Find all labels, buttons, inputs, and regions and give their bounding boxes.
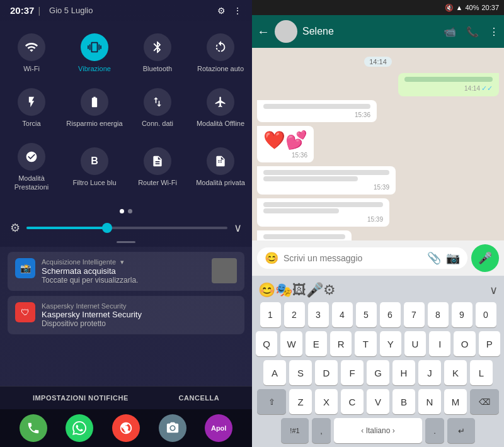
settings-notif-button[interactable]: IMPOSTAZIONI NOTIFICHE <box>33 394 129 402</box>
kb-key-v[interactable]: V <box>367 389 389 414</box>
kb-key-6[interactable]: 6 <box>380 302 401 327</box>
kb-key-d[interactable]: D <box>315 360 338 385</box>
page-dot-2 <box>128 209 132 213</box>
battery-text: 40% <box>465 4 479 11</box>
brightness-slider[interactable] <box>26 227 227 229</box>
more-icon[interactable]: ⋮ <box>233 6 242 16</box>
qs-tile-bluetooth[interactable]: Bluetooth <box>126 26 189 81</box>
kb-key-3[interactable]: 3 <box>308 302 329 327</box>
kb-symbols-key[interactable]: !#1 <box>281 418 309 443</box>
kb-row-numbers: 1 2 3 4 5 6 7 8 9 0 <box>256 302 500 327</box>
kb-sticker-icon[interactable]: 🎭 <box>275 282 292 298</box>
kb-key-1[interactable]: 1 <box>260 302 281 327</box>
kb-key-k[interactable]: K <box>444 360 467 385</box>
qs-tile-router-wifi[interactable]: Router Wi-Fi <box>126 135 189 198</box>
kb-key-9[interactable]: 9 <box>452 302 472 327</box>
kb-key-5[interactable]: 5 <box>356 302 377 327</box>
kb-key-n[interactable]: N <box>418 389 441 414</box>
kb-backspace-key[interactable]: ⌫ <box>470 389 499 414</box>
kb-shift-key[interactable]: ⇧ <box>257 389 286 414</box>
video-call-icon[interactable]: 📹 <box>444 26 456 38</box>
bluetooth-icon <box>144 33 171 61</box>
kb-key-f[interactable]: F <box>341 360 364 385</box>
kb-gif-icon[interactable]: 🖼 <box>292 282 306 298</box>
kb-comma-key[interactable]: , <box>312 418 331 443</box>
kb-key-s[interactable]: S <box>289 360 312 385</box>
kb-key-e[interactable]: E <box>306 331 327 356</box>
app-chrome[interactable] <box>112 414 140 442</box>
kb-key-x[interactable]: X <box>315 389 338 414</box>
notification-screenshot[interactable]: 📸 Acquisizione Intelligente ▾ Schermata … <box>8 252 244 291</box>
notif-kaspersky-icon: 🛡 <box>15 302 35 322</box>
clear-notif-button[interactable]: CANCELLA <box>179 394 220 402</box>
kb-key-t[interactable]: T <box>355 331 376 356</box>
msg-check-icon: ✓✓ <box>481 84 493 93</box>
kb-key-c[interactable]: C <box>341 389 364 414</box>
kb-key-i[interactable]: I <box>429 331 450 356</box>
kb-key-2[interactable]: 2 <box>284 302 305 327</box>
kb-key-l[interactable]: L <box>470 360 493 385</box>
kb-enter-key[interactable]: ↵ <box>447 418 475 443</box>
back-button[interactable]: ← <box>257 25 270 39</box>
notification-kaspersky[interactable]: 🛡 Kaspersky Internet Security Kaspersky … <box>8 296 244 334</box>
kb-key-m[interactable]: M <box>444 389 467 414</box>
qs-tile-vibration[interactable]: Vibrazione <box>63 26 126 81</box>
kb-key-h[interactable]: H <box>392 360 415 385</box>
app-telefono[interactable] <box>20 414 47 442</box>
qs-tile-wifi[interactable]: Wi-Fi <box>0 26 63 81</box>
emoji-input-icon[interactable]: 😊 <box>265 251 278 265</box>
kb-key-j[interactable]: J <box>418 360 441 385</box>
more-options-icon[interactable]: ⋮ <box>489 26 499 38</box>
emoji-hearts: ❤️💕 <box>263 130 307 150</box>
qs-tile-performance[interactable]: Modalità Prestazioni <box>0 135 63 198</box>
attach-icon[interactable]: 📎 <box>427 251 441 265</box>
kb-period-key[interactable]: . <box>425 418 444 443</box>
app-whatsapp[interactable] <box>66 414 93 442</box>
camera-input-icon[interactable]: 📷 <box>446 251 460 265</box>
notif-screenshot-thumbnail <box>212 258 237 283</box>
kb-key-0[interactable]: 0 <box>476 302 496 327</box>
kb-key-7[interactable]: 7 <box>404 302 425 327</box>
kb-emoji-icon[interactable]: 😊 <box>258 282 275 298</box>
qs-tile-rotation[interactable]: Rotazione auto <box>189 26 252 81</box>
kb-key-r[interactable]: R <box>330 331 352 356</box>
kb-settings-icon[interactable]: ⚙ <box>323 282 336 298</box>
voice-call-icon[interactable]: 📞 <box>466 26 479 38</box>
kb-language-key[interactable]: ‹ Italiano › <box>334 418 422 443</box>
kb-key-w[interactable]: W <box>280 331 302 356</box>
qs-tile-private[interactable]: Modalità privata <box>189 135 252 198</box>
kb-key-o[interactable]: O <box>454 331 475 356</box>
app-camera[interactable] <box>159 414 186 442</box>
data-conn-icon <box>144 88 171 116</box>
kb-key-b[interactable]: B <box>392 389 415 414</box>
kb-collapse-icon[interactable]: ∨ <box>490 283 498 297</box>
wa-input-box: 😊 📎 📷 <box>257 247 467 269</box>
kb-key-q[interactable]: Q <box>256 331 277 356</box>
contact-name[interactable]: Selene <box>302 26 438 37</box>
qs-tile-blue-light[interactable]: B Filtro Luce blu <box>63 135 126 198</box>
kb-key-4[interactable]: 4 <box>332 302 353 327</box>
notif-chevron-icon[interactable]: ▾ <box>120 258 124 266</box>
app-apol[interactable]: Apol <box>205 414 232 442</box>
kb-key-y[interactable]: Y <box>380 331 401 356</box>
qs-rotation-label: Rotazione auto <box>197 65 244 73</box>
contact-avatar[interactable] <box>275 20 297 43</box>
kb-key-p[interactable]: P <box>479 331 500 356</box>
kb-key-a[interactable]: A <box>263 360 286 385</box>
kb-key-u[interactable]: U <box>404 331 426 356</box>
qs-tile-data-conn[interactable]: Conn. dati <box>126 81 189 135</box>
kb-key-g[interactable]: G <box>367 360 389 385</box>
kb-key-z[interactable]: Z <box>289 389 312 414</box>
kb-key-8[interactable]: 8 <box>428 302 449 327</box>
qs-tile-offline[interactable]: Modalità Offline <box>189 81 252 135</box>
message-input[interactable] <box>284 253 422 263</box>
brightness-expand-icon[interactable]: ∨ <box>234 221 242 235</box>
msg-bubble-emoji: ❤️💕 15:36 <box>257 126 314 162</box>
qs-tile-battery-save[interactable]: Risparmio energia <box>63 81 126 135</box>
kb-voice-icon[interactable]: 🎤 <box>306 282 323 298</box>
page-indicators <box>0 204 252 218</box>
mic-send-button[interactable]: 🎤 <box>471 244 499 272</box>
kb-row-bottom: !#1 , ‹ Italiano › . ↵ <box>256 418 500 443</box>
qs-tile-torch[interactable]: Torcia <box>0 81 63 135</box>
settings-icon[interactable]: ⚙ <box>217 6 226 16</box>
